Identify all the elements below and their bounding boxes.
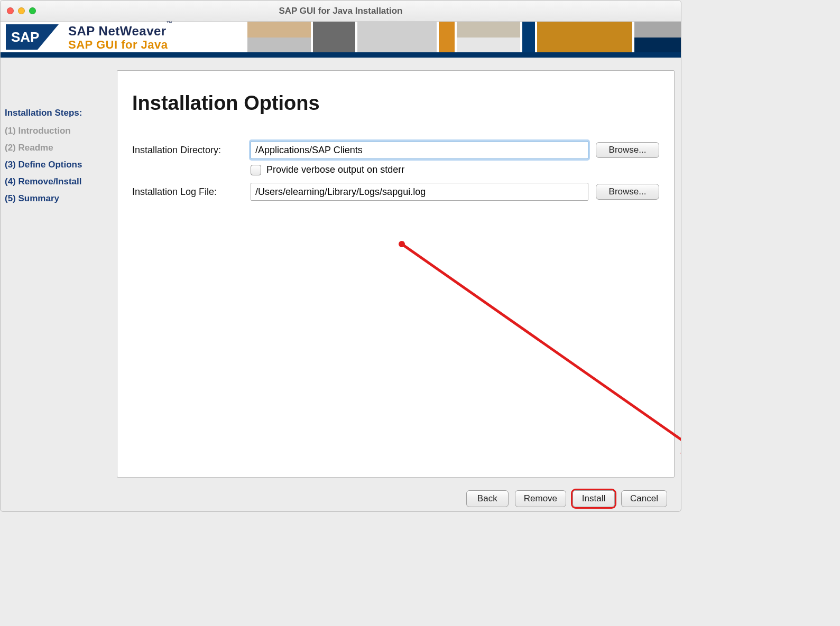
brand-line1: SAP NetWeaver™ bbox=[68, 24, 172, 38]
svg-line-3 bbox=[402, 244, 681, 454]
step-summary: (5) Summary bbox=[5, 193, 113, 204]
back-button[interactable]: Back bbox=[466, 490, 509, 507]
window-title: SAP GUI for Java Installation bbox=[1, 6, 681, 16]
annotation-arrow-icon bbox=[392, 235, 681, 462]
window-controls bbox=[7, 7, 36, 14]
brand-header: SAP SAP NetWeaver™ SAP GUI for Java bbox=[1, 22, 681, 58]
browse-log-button[interactable]: Browse... bbox=[596, 184, 659, 200]
page-title: Installation Options bbox=[132, 92, 659, 115]
sidebar-heading: Installation Steps: bbox=[5, 108, 113, 118]
header-decoration bbox=[247, 22, 681, 52]
log-file-label: Installation Log File: bbox=[132, 186, 243, 198]
sidebar: Installation Steps: (1) Introduction (2)… bbox=[1, 58, 117, 511]
install-button[interactable]: Install bbox=[573, 490, 615, 507]
install-dir-label: Installation Directory: bbox=[132, 145, 243, 156]
zoom-button[interactable] bbox=[29, 7, 36, 14]
verbose-label: Provide verbose output on stderr bbox=[266, 164, 404, 175]
verbose-checkbox[interactable] bbox=[251, 165, 261, 175]
options-panel: Installation Options Installation Direct… bbox=[117, 70, 675, 478]
install-dir-input[interactable] bbox=[251, 141, 588, 159]
cancel-button[interactable]: Cancel bbox=[621, 490, 667, 507]
step-remove-install: (4) Remove/Install bbox=[5, 176, 113, 187]
remove-button[interactable]: Remove bbox=[515, 490, 566, 507]
step-introduction: (1) Introduction bbox=[5, 126, 113, 136]
sap-logo-text: SAP bbox=[11, 29, 39, 45]
titlebar: SAP GUI for Java Installation bbox=[1, 1, 681, 22]
svg-point-2 bbox=[399, 241, 405, 247]
wizard-footer: Back Remove Install Cancel bbox=[117, 478, 675, 511]
brand-line2: SAP GUI for Java bbox=[68, 39, 172, 51]
browse-dir-button[interactable]: Browse... bbox=[596, 142, 659, 158]
minimize-button[interactable] bbox=[18, 7, 25, 14]
step-readme: (2) Readme bbox=[5, 143, 113, 153]
sap-logo-icon: SAP bbox=[6, 24, 59, 50]
close-button[interactable] bbox=[7, 7, 14, 14]
step-define-options: (3) Define Options bbox=[5, 160, 113, 170]
log-file-input[interactable] bbox=[251, 183, 588, 201]
installer-window: SAP GUI for Java Installation SAP SAP Ne… bbox=[0, 0, 681, 512]
